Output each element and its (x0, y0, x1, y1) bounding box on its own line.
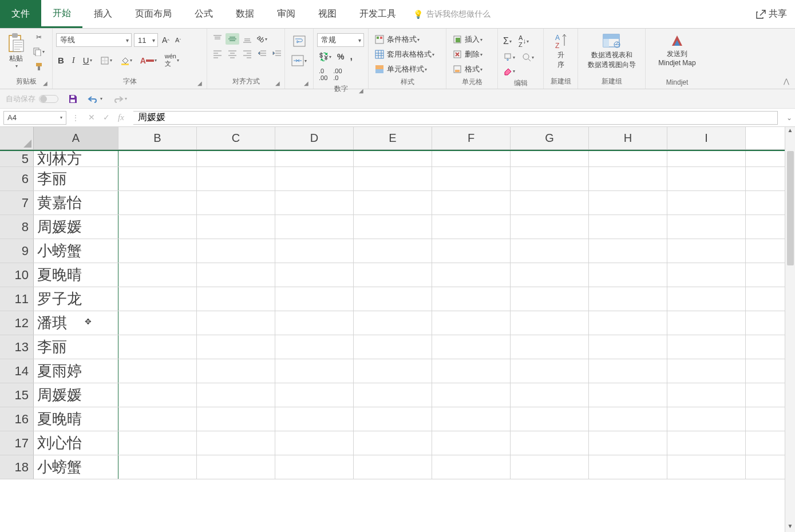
cell[interactable] (118, 151, 197, 166)
dialog-launcher-icon[interactable]: ◢ (304, 80, 308, 86)
cell[interactable] (275, 287, 354, 311)
cell[interactable] (118, 191, 197, 215)
cell[interactable] (354, 311, 432, 335)
row-header[interactable]: 11 (0, 287, 34, 311)
tab-file[interactable]: 文件 (0, 0, 41, 28)
cell[interactable] (275, 263, 354, 287)
accounting-format-button[interactable]: 💱▾ (317, 50, 333, 63)
cell[interactable] (667, 263, 746, 287)
cell[interactable] (432, 431, 511, 455)
sort-asc-button[interactable]: AZ 升序 (549, 31, 572, 71)
cell[interactable] (667, 359, 746, 383)
cell[interactable] (432, 151, 511, 166)
cell[interactable] (432, 407, 511, 431)
dialog-launcher-icon[interactable]: ◢ (359, 88, 363, 94)
cell[interactable] (275, 407, 354, 431)
merge-cells-button[interactable]: ▾ (290, 54, 308, 68)
cell[interactable] (511, 215, 589, 239)
cell[interactable] (118, 263, 197, 287)
phonetic-button[interactable]: wén文▾ (163, 51, 181, 69)
name-box[interactable]: A4 ▾ (3, 111, 66, 125)
row-header[interactable]: 10 (0, 263, 34, 287)
cell-styles-button[interactable]: 单元格样式▾ (372, 63, 429, 76)
cell[interactable] (432, 383, 511, 407)
cell[interactable] (589, 311, 667, 335)
cell[interactable] (511, 455, 589, 479)
cell[interactable]: 刘心怡 (34, 431, 118, 455)
row-header[interactable]: 15 (0, 383, 34, 407)
align-center-button[interactable] (226, 48, 239, 59)
dialog-launcher-icon[interactable]: ◢ (275, 80, 280, 86)
cell[interactable] (354, 151, 432, 166)
cell[interactable] (354, 263, 432, 287)
cell[interactable] (511, 287, 589, 311)
increase-indent-button[interactable] (270, 48, 284, 59)
scrollbar-thumb[interactable] (787, 151, 794, 265)
cell[interactable] (118, 311, 197, 335)
insert-function-button[interactable]: fx (118, 113, 124, 122)
format-as-table-button[interactable]: 套用表格格式▾ (372, 48, 437, 61)
cell[interactable] (511, 167, 589, 190)
font-name-select[interactable]: 等线 (56, 33, 132, 47)
cell[interactable] (589, 287, 667, 311)
cell[interactable] (432, 167, 511, 190)
cell[interactable] (432, 359, 511, 383)
format-painter-button[interactable] (31, 61, 46, 72)
fill-button[interactable]: ▾ (501, 51, 517, 63)
cell[interactable] (667, 431, 746, 455)
increase-font-button[interactable]: A^ (160, 34, 171, 46)
row-header[interactable]: 8 (0, 215, 34, 239)
redo-button[interactable]: ▾ (112, 94, 127, 104)
cell[interactable] (432, 215, 511, 239)
format-cells-button[interactable]: 格式▾ (450, 63, 485, 76)
insert-cells-button[interactable]: 插入▾ (450, 33, 485, 46)
wrap-text-button[interactable] (291, 34, 307, 48)
underline-button[interactable]: U▾ (81, 54, 94, 66)
align-left-button[interactable] (211, 48, 224, 59)
col-header-e[interactable]: E (354, 127, 432, 149)
row-header[interactable]: 7 (0, 191, 34, 215)
cell[interactable] (275, 455, 354, 479)
clear-button[interactable]: ▾ (501, 65, 517, 77)
cell[interactable] (197, 455, 275, 479)
cell[interactable]: 刘林方 (34, 151, 118, 166)
cell[interactable] (667, 167, 746, 190)
cell[interactable] (275, 383, 354, 407)
cell[interactable] (275, 151, 354, 166)
cell[interactable] (118, 215, 197, 239)
row-header[interactable]: 12 (0, 311, 34, 335)
cell[interactable] (197, 239, 275, 263)
fill-color-button[interactable]: ▾ (118, 55, 134, 66)
cell[interactable]: 夏晚晴 (34, 263, 118, 287)
cell[interactable] (589, 215, 667, 239)
dialog-launcher-icon[interactable]: ◢ (43, 80, 48, 86)
italic-button[interactable]: I (70, 54, 77, 66)
collapse-ribbon-icon[interactable]: ⋀ (784, 77, 789, 85)
cell[interactable] (667, 215, 746, 239)
cell[interactable] (589, 167, 667, 190)
cell[interactable] (275, 311, 354, 335)
row-header[interactable]: 18 (0, 455, 34, 479)
col-header-f[interactable]: F (432, 127, 511, 149)
find-select-button[interactable]: ▾ (520, 51, 536, 63)
row-header[interactable]: 17 (0, 431, 34, 455)
cell[interactable]: 周媛媛 (34, 215, 118, 239)
col-header-i[interactable]: I (667, 127, 746, 149)
cell[interactable] (589, 239, 667, 263)
row-header[interactable]: 14 (0, 359, 34, 383)
cell[interactable] (589, 407, 667, 431)
cell[interactable] (589, 383, 667, 407)
decrease-decimal-button[interactable]: .00.0 (331, 66, 343, 82)
cell[interactable] (197, 383, 275, 407)
cell[interactable]: 罗子龙 (34, 287, 118, 311)
row-header[interactable]: 5 (0, 151, 34, 166)
decrease-font-button[interactable]: Aˇ (173, 35, 183, 45)
tab-insert[interactable]: 插入 (82, 0, 124, 28)
cell[interactable] (511, 191, 589, 215)
align-middle-button[interactable] (226, 33, 239, 45)
borders-button[interactable]: ▾ (98, 55, 114, 66)
cell[interactable] (511, 151, 589, 166)
align-bottom-button[interactable] (240, 33, 254, 45)
cell[interactable] (197, 407, 275, 431)
col-header-h[interactable]: H (589, 127, 667, 149)
